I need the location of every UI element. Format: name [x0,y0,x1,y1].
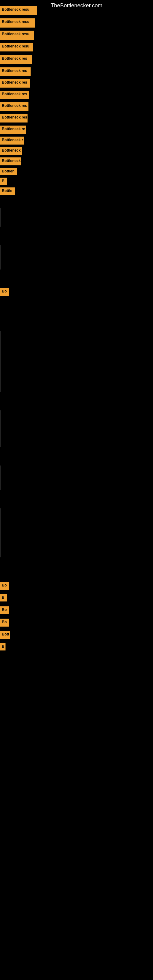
bottleneck-result-item: Bo [0,582,9,590]
bottleneck-result-item: Bottleneck resu [0,18,35,27]
bottleneck-result-item: Bottleneck resu [0,43,33,51]
bottleneck-result-item: Bottleneck re [0,126,26,134]
bottleneck-result-item: B [0,643,5,651]
bottleneck-result-item: B [0,178,7,185]
bottleneck-result-item: Bott [0,631,10,639]
vertical-line [1,331,1,392]
bottleneck-result-item: Bo [0,288,9,296]
bottleneck-result-item: Bo [0,606,9,614]
bottleneck-result-item: B [0,594,7,601]
bottleneck-result-item: Bottleneck resu [0,30,33,40]
bottleneck-result-item: Bottleneck res [0,102,29,111]
bottleneck-result-item: Bottleneck res [0,67,30,76]
vertical-line [1,245,1,269]
bottleneck-result-item: Bottleneck r [0,158,21,165]
vertical-line [1,410,1,447]
vertical-line [1,208,1,227]
bottleneck-result-item: Bottleneck res [0,55,32,64]
bottleneck-result-item: Bottleneck r [0,147,22,155]
vertical-line [1,466,1,490]
bottleneck-result-item: Bottleneck res [0,114,27,123]
bottleneck-result-item: Bottleneck resu [0,6,37,15]
bottleneck-result-item: Bottlen [0,168,17,175]
bottleneck-result-item: Bottleneck res [0,79,30,88]
bottleneck-result-item: Bo [0,619,9,627]
bottleneck-result-item: Bottleneck r [0,137,24,145]
vertical-line [1,508,1,557]
bottleneck-result-item: Bottleneck res [0,91,29,99]
bottleneck-result-item: Bottle [0,188,15,195]
